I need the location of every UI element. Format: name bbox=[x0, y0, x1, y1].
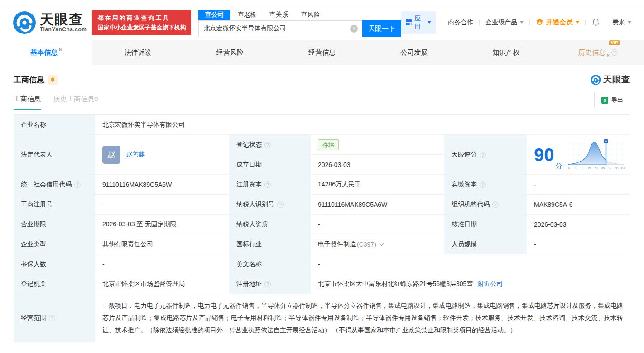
legal-rep-label: 法定代表人 bbox=[14, 135, 95, 175]
svg-text:3: 3 bbox=[582, 167, 583, 170]
svg-text:50: 50 bbox=[594, 167, 598, 170]
search-tab-risk[interactable]: 查风险 bbox=[301, 10, 320, 20]
help-icon[interactable]: ? bbox=[264, 142, 271, 148]
staff-size-value: - bbox=[527, 234, 630, 254]
english-name-value: - bbox=[311, 254, 630, 274]
chevron-down-icon bbox=[628, 21, 631, 25]
help-icon[interactable]: ? bbox=[480, 152, 486, 158]
help-icon[interactable]: ? bbox=[611, 49, 618, 56]
establish-date-value: 2026-03-03 bbox=[311, 155, 444, 175]
nearby-companies-link[interactable]: 附近公司 bbox=[477, 280, 503, 288]
search-button[interactable]: 天眼一下 bbox=[362, 20, 401, 37]
search-tabs: 查公司 查老板 查关系 查风险 bbox=[198, 8, 401, 20]
crown-icon bbox=[536, 19, 543, 26]
score-value: 90 分 bbox=[527, 135, 630, 175]
nav-open-membership[interactable]: 开通会员 bbox=[536, 18, 579, 27]
apps-menu[interactable]: 应用 bbox=[401, 11, 436, 34]
divider bbox=[442, 19, 442, 26]
tab-company-development[interactable]: 公司发展 bbox=[368, 40, 460, 65]
help-icon[interactable]: ? bbox=[277, 201, 284, 208]
subtab-business-info[interactable]: 工商信息 bbox=[14, 95, 41, 110]
search-tab-boss[interactable]: 查老板 bbox=[237, 10, 256, 20]
help-icon[interactable]: ? bbox=[480, 181, 486, 188]
search-tab-relation[interactable]: 查关系 bbox=[269, 10, 288, 20]
top-gap bbox=[0, 0, 644, 5]
taxpayer-id-value: 91110116MAK89C5A6W bbox=[311, 195, 444, 215]
table-row: 企业类型 其他有限责任公司 国标行业 电子器件制造 (C397) 人员规模 - bbox=[14, 234, 630, 254]
establish-date-label: 成立日期 bbox=[229, 155, 311, 175]
chevron-down-icon[interactable] bbox=[379, 241, 384, 246]
taxpayer-quality-label: 纳税人资质 bbox=[229, 215, 311, 234]
label-text: 注册资本 bbox=[236, 181, 262, 189]
bell-icon bbox=[591, 18, 600, 27]
watermark-text: 天眼查 bbox=[603, 74, 630, 86]
table-row: 参保人数 - 英文名称 - bbox=[14, 254, 630, 274]
tab-basic-info[interactable]: 基本信息 8 bbox=[0, 40, 92, 65]
credit-code-label: 统一社会信用代码 ? bbox=[14, 175, 95, 195]
tab-operation-risk[interactable]: 经营风险 bbox=[184, 40, 276, 65]
org-code-value: MAK89C5A-6 bbox=[527, 195, 630, 215]
label-text: 登记状态 bbox=[236, 141, 262, 149]
reg-address-label: 注册地址 ? bbox=[229, 274, 311, 294]
search-input[interactable] bbox=[198, 20, 362, 37]
tab-legal-litigation[interactable]: 法律诉讼 bbox=[92, 40, 184, 65]
tianyancha-logo[interactable]: 天眼查 TianYanCha.com bbox=[13, 11, 87, 34]
svg-text:1: 1 bbox=[575, 167, 577, 170]
help-icon[interactable]: ? bbox=[264, 181, 271, 188]
avatar[interactable]: 赵 bbox=[102, 146, 120, 164]
legal-rep-link[interactable]: 赵善麒 bbox=[126, 151, 145, 159]
tianyancha-logo-icon bbox=[13, 11, 36, 34]
tab-label: 知识产权 bbox=[492, 48, 519, 57]
notification-bell[interactable] bbox=[591, 18, 600, 27]
status-badge: 存续 bbox=[318, 139, 339, 150]
industry-code: (C397) bbox=[357, 241, 376, 248]
org-code-label: 组织机构代码 ? bbox=[444, 195, 527, 215]
help-icon[interactable]: ? bbox=[264, 281, 271, 287]
company-type-label: 企业类型 bbox=[14, 234, 95, 254]
business-term-label: 营业期限 bbox=[14, 215, 95, 234]
industry-label: 国标行业 bbox=[229, 234, 311, 254]
score-unit: 分 bbox=[556, 162, 562, 171]
business-term-value: 2026-03-03 至 无固定期限 bbox=[95, 215, 229, 234]
export-button[interactable]: x 导出 bbox=[594, 92, 630, 108]
help-icon[interactable]: ? bbox=[492, 201, 499, 208]
table-row: 企业名称 北京宏微怀实半导体有限公司 bbox=[14, 115, 630, 135]
user-menu[interactable]: 费米 bbox=[612, 19, 631, 27]
label-text: 天眼评分 bbox=[452, 151, 477, 159]
tab-history-info[interactable]: 历史信息 6 ? VIP bbox=[552, 40, 644, 65]
reg-number-value: - bbox=[95, 195, 229, 215]
excel-icon: x bbox=[601, 97, 608, 104]
nav-enterprise-products[interactable]: 企业级产品 bbox=[485, 19, 524, 27]
monitor-bell-button[interactable] bbox=[48, 75, 58, 85]
clear-icon[interactable]: × bbox=[350, 25, 358, 33]
tab-intellectual-property[interactable]: 知识产权 bbox=[460, 40, 552, 65]
vip-badge: VIP bbox=[609, 40, 620, 45]
tab-operation-info[interactable]: 经营信息 bbox=[276, 40, 368, 65]
reg-authority-value: 北京市怀柔区市场监督管理局 bbox=[95, 274, 229, 294]
table-row: 法定代表人 赵 赵善麒 登记状态 ? 存续 成立日期 2026-03-03 天眼… bbox=[14, 135, 630, 175]
company-type-value: 其他有限责任公司 bbox=[95, 234, 229, 254]
divider bbox=[606, 19, 606, 26]
search-tab-company[interactable]: 查公司 bbox=[198, 10, 230, 20]
divider bbox=[585, 19, 586, 26]
divider bbox=[479, 19, 480, 26]
reg-number-label: 工商注册号 bbox=[14, 195, 95, 215]
slogan-line1: 都在用的商业查询工具 bbox=[97, 13, 186, 23]
chevron-down-icon bbox=[576, 21, 579, 25]
svg-text:0: 0 bbox=[568, 167, 570, 170]
address-text: 北京市怀柔区大中富乐村北红螺东路21号56幢3层305室 bbox=[318, 280, 473, 288]
help-icon[interactable]: ? bbox=[49, 315, 55, 321]
help-icon[interactable]: ? bbox=[74, 181, 81, 188]
top-nav: 应用 商务合作 企业级产品 开通会员 bbox=[401, 11, 631, 34]
bell-icon bbox=[50, 77, 56, 83]
industry-value: 电子器件制造 (C397) bbox=[311, 234, 444, 254]
subtab-row: 工商信息 历史工商信息0 x 导出 bbox=[0, 86, 644, 110]
subtab-history-business-info[interactable]: 历史工商信息0 bbox=[53, 95, 98, 110]
reg-capital-label: 注册资本 ? bbox=[229, 175, 311, 195]
logo-title: 天眼查 bbox=[40, 13, 87, 26]
nav-enterprise-label: 企业级产品 bbox=[485, 19, 517, 27]
staff-size-label: 人员规模 bbox=[444, 234, 527, 254]
label-text: 注册地址 bbox=[236, 280, 262, 288]
tab-label: 经营信息 bbox=[308, 48, 336, 57]
nav-business-coop[interactable]: 商务合作 bbox=[448, 19, 473, 27]
